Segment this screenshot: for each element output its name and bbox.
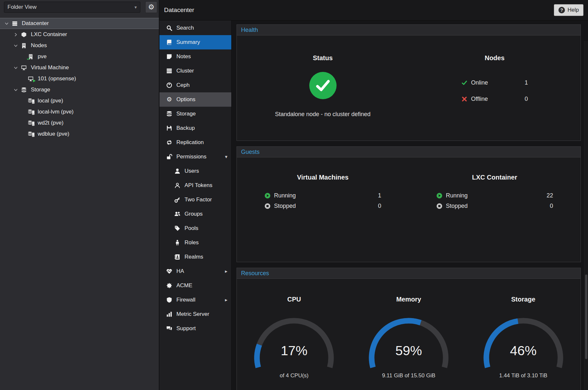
- tree-item-label: Storage: [31, 87, 50, 93]
- menu-item-backup[interactable]: Backup: [160, 121, 231, 135]
- view-mode-value: Folder View: [7, 4, 36, 10]
- menu-item-realms[interactable]: Realms: [160, 250, 231, 264]
- stop-circle-icon: [264, 203, 271, 209]
- panel-title: Guests: [241, 149, 260, 155]
- stat-label: Online: [471, 79, 488, 86]
- tree-item-nodes[interactable]: Nodes: [0, 40, 159, 51]
- menu-item-notes[interactable]: Notes: [160, 49, 231, 64]
- tree-item-virtual-machine[interactable]: Virtual Machine: [0, 62, 159, 73]
- ceph-icon: [166, 82, 172, 88]
- tree-item-label: Virtual Machine: [31, 64, 69, 71]
- address-book-icon: [174, 254, 180, 260]
- menu-item-cluster[interactable]: Cluster: [160, 64, 231, 78]
- resource-tree: Datacenter LXC Container Nodes pve Virtu…: [0, 14, 159, 140]
- storage-gauge: 46%: [473, 311, 574, 372]
- tree-item-storage[interactable]: Storage: [0, 84, 159, 95]
- database-icon: [21, 87, 28, 93]
- menu-item-roles[interactable]: Roles: [160, 235, 231, 250]
- menu-item-replication[interactable]: Replication: [160, 135, 231, 150]
- shield-icon: [166, 297, 172, 303]
- tree-item-datacenter[interactable]: Datacenter: [0, 18, 159, 29]
- stat-value: 1: [378, 192, 381, 199]
- storage-detail: 1.44 TiB of 3.10 TiB: [499, 372, 547, 379]
- menu-item-support[interactable]: Support: [160, 321, 231, 336]
- tree-settings-button[interactable]: [145, 1, 157, 13]
- menu-item-ceph[interactable]: Ceph: [160, 78, 231, 92]
- user-outline-icon: [174, 182, 180, 188]
- menu-item-options[interactable]: Options: [160, 92, 231, 107]
- menu-item-label: Replication: [176, 139, 204, 146]
- collapse-icon[interactable]: [14, 66, 18, 70]
- collapse-icon[interactable]: [14, 88, 18, 92]
- menu-item-label: Backup: [176, 125, 195, 131]
- vertical-scrollbar[interactable]: [584, 41, 588, 390]
- bar-chart-icon: [166, 311, 172, 317]
- chevron-down-icon: [225, 154, 227, 160]
- menu-item-label: Users: [185, 168, 199, 174]
- vm-heading: Virtual Machines: [297, 173, 349, 182]
- tree-item-storage-wdblue[interactable]: wdblue (pve): [0, 128, 159, 140]
- building-icon: [21, 43, 28, 48]
- tree-item-storage-local[interactable]: local (pve): [0, 95, 159, 106]
- user-icon: [174, 168, 180, 174]
- menu-item-firewall[interactable]: Firewall: [160, 293, 231, 307]
- play-icon: [32, 79, 36, 83]
- expand-icon[interactable]: [14, 33, 18, 37]
- tag-icon: [174, 225, 180, 231]
- collapse-icon[interactable]: [14, 44, 18, 48]
- menu-item-label: Summary: [176, 39, 200, 46]
- memory-percent: 59%: [358, 343, 459, 358]
- menu-item-metric-server[interactable]: Metric Server: [160, 307, 231, 321]
- tree-item-storage-wd2t[interactable]: wd2t (pve): [0, 117, 159, 128]
- menu-item-api-tokens[interactable]: API Tokens: [160, 178, 231, 193]
- storage-drive-icon: [28, 120, 35, 126]
- menu-item-users[interactable]: Users: [160, 164, 231, 178]
- content-header: Datacenter Help: [160, 0, 588, 20]
- menu-item-groups[interactable]: Groups: [160, 207, 231, 221]
- menu-item-search[interactable]: Search: [160, 21, 231, 35]
- menu-item-ha[interactable]: HA: [160, 264, 231, 278]
- menu-item-label: ACME: [176, 282, 192, 289]
- resource-tree-panel: Folder View Datacenter LXC Container Nod…: [0, 0, 159, 390]
- memory-detail: 9.11 GiB of 15.50 GiB: [382, 372, 435, 379]
- menu-item-pools[interactable]: Pools: [160, 221, 231, 235]
- tree-item-lxc-container[interactable]: LXC Container: [0, 29, 159, 40]
- tree-item-label: local (pve): [38, 98, 63, 104]
- vm-stopped-row: Stopped 0: [264, 202, 381, 210]
- stat-value: 1: [525, 79, 528, 86]
- collapse-icon[interactable]: [5, 21, 9, 26]
- menu-item-two-factor[interactable]: Two Factor: [160, 193, 231, 207]
- guests-panel: Guests Virtual Machines Running 1 Stoppe…: [236, 146, 581, 262]
- tree-item-label: Datacenter: [22, 20, 49, 27]
- view-mode-select[interactable]: Folder View: [4, 2, 140, 13]
- menu-item-permissions[interactable]: Permissions: [160, 150, 231, 164]
- menu-item-summary[interactable]: Summary: [160, 35, 231, 49]
- menu-item-label: Notes: [176, 53, 191, 60]
- tree-item-label: LXC Container: [31, 31, 67, 38]
- unlock-icon: [166, 154, 172, 160]
- storage-drive-icon: [28, 131, 35, 137]
- tree-item-vm-101[interactable]: 101 (opnsense): [0, 73, 159, 84]
- help-button[interactable]: Help: [554, 4, 583, 16]
- note-icon: [166, 54, 172, 60]
- menu-item-label: Ceph: [176, 82, 190, 88]
- book-icon: [166, 39, 172, 45]
- health-status-column: Status Standalone node - no cluster defi…: [237, 35, 409, 118]
- cpu-gauge-column: CPU 17% of 4 CPU(s): [237, 279, 352, 379]
- tree-item-storage-local-lvm[interactable]: local-lvm (pve): [0, 106, 159, 117]
- check-icon: [315, 77, 331, 94]
- scrollbar-thumb[interactable]: [585, 275, 587, 359]
- storage-drive-icon: [28, 98, 35, 104]
- tree-item-pve[interactable]: pve: [0, 51, 159, 62]
- menu-item-storage[interactable]: Storage: [160, 107, 231, 121]
- menu-item-acme[interactable]: ACME: [160, 278, 231, 293]
- health-nodes-column: Nodes Online 1 Offline 0: [409, 35, 581, 118]
- status-heading: Status: [313, 54, 333, 62]
- lxc-stopped-row: Stopped 0: [436, 202, 553, 210]
- status-ok-icon: [309, 72, 337, 99]
- server-icon: [12, 20, 19, 26]
- stat-value: 0: [378, 203, 381, 209]
- stat-label: Stopped: [274, 203, 296, 209]
- certificate-icon: [166, 283, 172, 289]
- tree-item-label: wdblue (pve): [38, 131, 69, 137]
